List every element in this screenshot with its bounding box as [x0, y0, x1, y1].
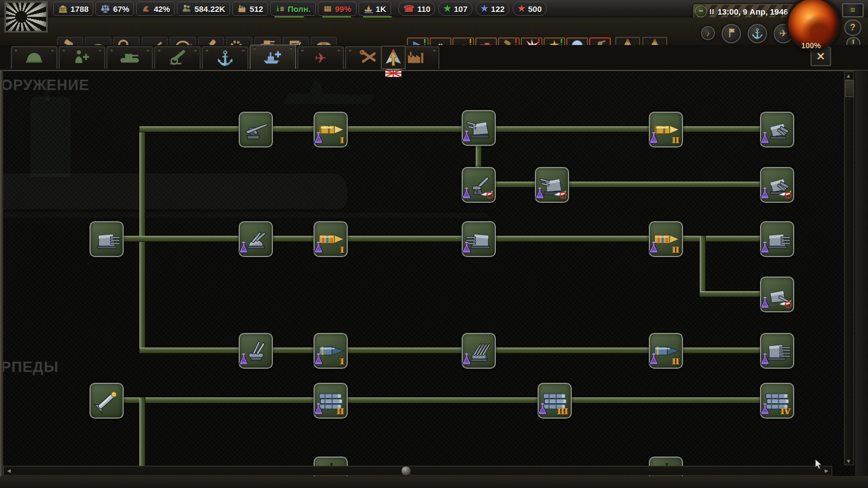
- music-toggle-button[interactable]: ♪: [701, 26, 715, 40]
- horizontal-scroll-thumb[interactable]: [401, 466, 411, 476]
- resource-political-power[interactable]: 1788: [53, 2, 93, 16]
- speed-down-button[interactable]: −: [695, 5, 707, 17]
- resource-factories[interactable]: 512: [232, 2, 268, 16]
- tech-node-torpedo-tubes-iv[interactable]: IV: [760, 383, 794, 419]
- tech-node-secondary-battery-i[interactable]: [239, 112, 273, 147]
- anchor-icon: ⚓: [216, 50, 234, 67]
- tech-connection-line: [108, 397, 777, 403]
- tech-node-aa-gun-i[interactable]: [462, 167, 496, 203]
- game-date: 13:00, 9 Апр, 1946: [716, 7, 789, 16]
- helmet-icon: [22, 48, 46, 68]
- tech-node-main-shell-ii[interactable]: II: [649, 221, 683, 257]
- research-bonus-flask-icon: [239, 353, 248, 367]
- bank-icon: [58, 4, 68, 14]
- research-bonus-flask-icon: [314, 403, 323, 417]
- research-bonus-flask-icon: [462, 353, 471, 367]
- arm-icon: [141, 4, 151, 14]
- stat-value: 122: [491, 4, 505, 14]
- support-icon: [70, 48, 94, 68]
- tech-node-aa-gun-ii[interactable]: [760, 167, 794, 203]
- vertical-scroll-thumb[interactable]: [845, 80, 854, 97]
- shipplus-icon: [261, 47, 285, 68]
- top-resource-bar: 178867%42%584.22K512Полн.99%1K ☎110★107★…: [0, 0, 868, 17]
- tech-node-dp-secondary-battery[interactable]: [462, 110, 496, 146]
- tech-node-light-battery-iii[interactable]: [760, 333, 794, 369]
- scroll-up-arrow-icon[interactable]: ▲: [846, 73, 851, 79]
- tab-infantry[interactable]: [11, 46, 58, 69]
- tech-level-numeral: II: [672, 136, 679, 145]
- star-icon: ★: [518, 4, 525, 13]
- research-bonus-flask-icon: [462, 241, 471, 255]
- army-plans-button[interactable]: [722, 24, 741, 43]
- tech-node-torpedo-tubes-ii[interactable]: II: [314, 383, 348, 419]
- experience-pills: ☎110★107★122★500: [398, 2, 547, 16]
- war-overlay-medal[interactable]: [381, 46, 407, 78]
- tech-tabs: ⚓✈: [11, 46, 439, 69]
- tech-node-torpedo-root[interactable]: [90, 383, 124, 419]
- research-bonus-flask-icon: [649, 132, 659, 146]
- tab-support-companies[interactable]: [59, 46, 105, 69]
- vertical-scrollbar[interactable]: ▲ ▼: [844, 72, 854, 465]
- resource-value: 584.22K: [194, 4, 225, 14]
- resource-manpower[interactable]: 584.22K: [177, 2, 230, 16]
- resource-convoys[interactable]: 1K: [359, 2, 391, 16]
- scroll-left-arrow-icon[interactable]: ◄: [6, 467, 12, 475]
- armyplan-icon: [725, 27, 737, 41]
- section-label-armament: ОРУЖЕНИЕ: [1, 77, 90, 94]
- tech-node-secondary-shell-ii[interactable]: II: [649, 112, 683, 147]
- stat-value: 500: [528, 4, 541, 14]
- tech-node-main-battery-ii[interactable]: [462, 221, 496, 257]
- tab-air[interactable]: ✈: [297, 46, 344, 69]
- research-bonus-flask-icon: [239, 241, 248, 255]
- star-icon: ★: [443, 4, 451, 13]
- research-bonus-flask-icon: [760, 353, 770, 367]
- tech-node-light-battery-ii[interactable]: [462, 333, 496, 369]
- stat-army-experience[interactable]: ★107: [438, 2, 472, 16]
- panel-right-frame: [855, 70, 868, 476]
- stat-command-power[interactable]: ☎110: [398, 2, 435, 16]
- tech-node-light-shell-ii[interactable]: II: [649, 333, 683, 369]
- panel-left-frame: [0, 70, 3, 476]
- tech-node-main-battery-i[interactable]: [239, 221, 273, 257]
- tech-node-main-battery-root[interactable]: [90, 221, 124, 257]
- tech-node-light-battery-i[interactable]: [239, 333, 273, 369]
- resource-war-support[interactable]: 42%: [136, 2, 175, 16]
- research-bonus-flask-icon: [760, 297, 770, 311]
- stat-air-experience[interactable]: ★500: [513, 2, 546, 16]
- manpower-icon: [182, 4, 192, 14]
- tech-node-torpedo-tubes-iii[interactable]: III: [538, 383, 572, 419]
- horizontal-scrollbar[interactable]: ◄ ►: [3, 466, 832, 476]
- tab-ship-modules[interactable]: [250, 44, 296, 69]
- tech-node-secondary-shell-i[interactable]: I: [314, 112, 348, 147]
- research-bonus-flask-icon: [649, 353, 659, 367]
- scroll-down-arrow-icon[interactable]: ▼: [846, 458, 851, 464]
- tech-node-dp-aa-battery[interactable]: [535, 167, 569, 203]
- resource-stability[interactable]: 67%: [95, 2, 134, 16]
- submarine-hull-art: [0, 174, 347, 209]
- help-button[interactable]: ?: [844, 20, 861, 36]
- tech-node-main-shell-i[interactable]: I: [314, 221, 348, 257]
- navy-plans-button[interactable]: ⚓: [748, 24, 767, 43]
- menu-button[interactable]: ≡: [842, 3, 864, 17]
- convoy-icon: [363, 4, 373, 14]
- tech-node-main-battery-iii[interactable]: [760, 221, 794, 257]
- research-bonus-flask-icon: [462, 130, 471, 144]
- resource-stockpile[interactable]: 99%: [318, 2, 356, 16]
- resource-fuel[interactable]: Полн.: [270, 2, 315, 16]
- tech-level-numeral: II: [337, 407, 344, 416]
- tab-naval[interactable]: ⚓: [202, 46, 248, 69]
- tech-connection-line: [476, 182, 780, 188]
- scroll-right-arrow-icon[interactable]: ►: [824, 467, 829, 475]
- tab-armor[interactable]: [106, 46, 153, 69]
- tech-node-dp-main-battery[interactable]: [760, 277, 794, 312]
- anti-air-attack-icon: [778, 189, 793, 201]
- research-bonus-flask-icon: [649, 241, 659, 255]
- stat-navy-experience[interactable]: ★122: [476, 2, 509, 16]
- tech-node-light-shell-i[interactable]: I: [314, 333, 348, 369]
- tech-connection-line: [700, 236, 706, 294]
- pause-indicator[interactable]: II: [710, 8, 714, 16]
- country-flag[interactable]: [4, 1, 48, 33]
- tech-node-secondary-battery-ii[interactable]: [760, 112, 794, 147]
- turret-triple-icon: [91, 222, 123, 256]
- tab-artillery[interactable]: [154, 46, 201, 69]
